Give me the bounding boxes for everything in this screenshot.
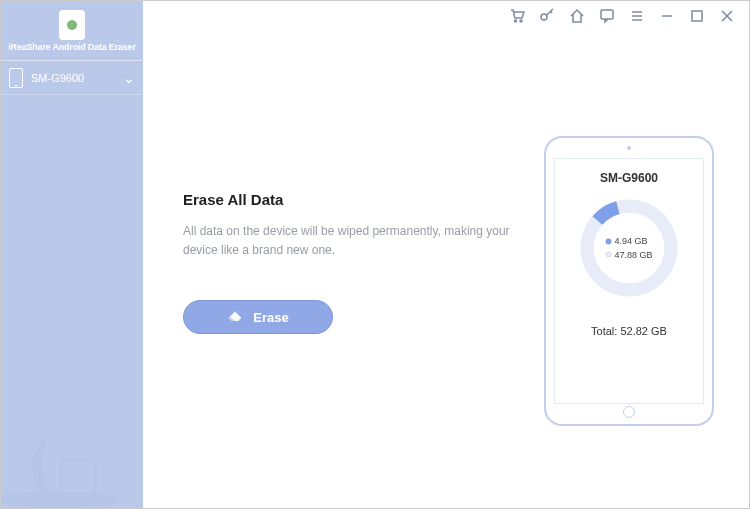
sidebar-device-item[interactable]: SM-G9600 ⌄ bbox=[1, 61, 143, 95]
storage-legend: 4.94 GB 47.88 GB bbox=[605, 235, 652, 262]
svg-rect-3 bbox=[601, 10, 613, 19]
sidebar-illustration bbox=[1, 388, 143, 508]
minimize-icon[interactable] bbox=[659, 8, 675, 24]
erase-heading: Erase All Data bbox=[183, 191, 523, 208]
svg-point-1 bbox=[520, 20, 522, 22]
erase-button[interactable]: Erase bbox=[183, 300, 333, 334]
device-preview: SM-G9600 4.94 GB 47.88 GB Total: 52.82 G… bbox=[544, 136, 714, 426]
logo-icon bbox=[59, 10, 85, 40]
used-dot-icon bbox=[605, 238, 611, 244]
svg-point-0 bbox=[515, 20, 517, 22]
eraser-icon bbox=[227, 311, 243, 323]
main-panel: Erase All Data All data on the device wi… bbox=[143, 1, 749, 508]
window-titlebar bbox=[495, 1, 749, 31]
used-value: 4.94 GB bbox=[614, 236, 647, 246]
chevron-down-icon: ⌄ bbox=[123, 70, 135, 86]
home-icon[interactable] bbox=[569, 8, 585, 24]
device-screen: SM-G9600 4.94 GB 47.88 GB Total: 52.82 G… bbox=[554, 158, 704, 404]
erase-section: Erase All Data All data on the device wi… bbox=[183, 191, 523, 334]
sidebar-device-label: SM-G9600 bbox=[31, 72, 84, 84]
storage-donut: 4.94 GB 47.88 GB bbox=[574, 193, 684, 303]
erase-description: All data on the device will be wiped per… bbox=[183, 222, 523, 260]
sidebar: iReaShare Android Data Eraser SM-G9600 ⌄ bbox=[1, 1, 143, 508]
key-icon[interactable] bbox=[539, 8, 555, 24]
free-dot-icon bbox=[605, 252, 611, 258]
maximize-icon[interactable] bbox=[689, 8, 705, 24]
svg-rect-6 bbox=[61, 460, 95, 496]
erase-button-label: Erase bbox=[253, 310, 288, 325]
close-icon[interactable] bbox=[719, 8, 735, 24]
free-value: 47.88 GB bbox=[614, 249, 652, 259]
phone-icon bbox=[9, 68, 23, 88]
cart-icon[interactable] bbox=[509, 8, 525, 24]
feedback-icon[interactable] bbox=[599, 8, 615, 24]
menu-icon[interactable] bbox=[629, 8, 645, 24]
svg-point-5 bbox=[1, 492, 121, 508]
device-name: SM-G9600 bbox=[600, 171, 658, 185]
app-logo: iReaShare Android Data Eraser bbox=[1, 1, 143, 61]
svg-rect-4 bbox=[692, 11, 702, 21]
svg-point-2 bbox=[541, 14, 547, 20]
app-name: iReaShare Android Data Eraser bbox=[8, 42, 135, 52]
storage-total: Total: 52.82 GB bbox=[591, 325, 667, 337]
